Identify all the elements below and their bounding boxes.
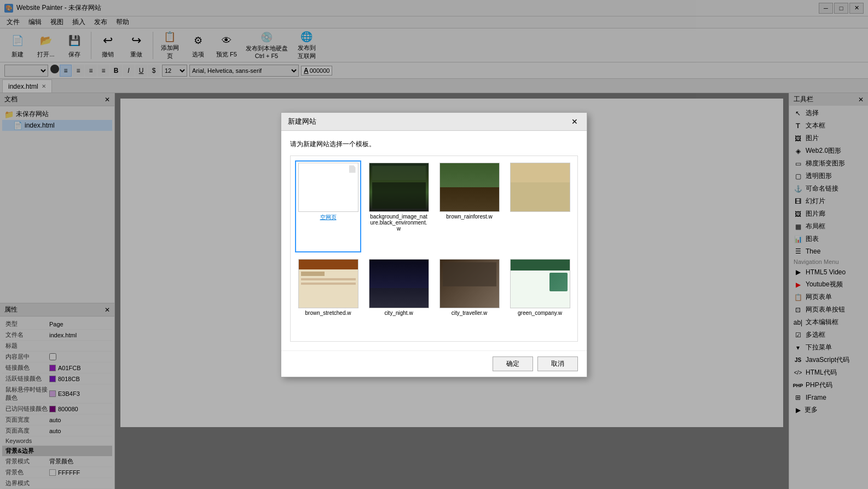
template-green-company-label: green_company.w <box>518 310 562 316</box>
modal-close-button[interactable]: ✕ <box>569 116 580 127</box>
cancel-button[interactable]: 取消 <box>537 356 578 371</box>
template-grid: 空网页 background_image_nature.black_enviro… <box>290 156 578 342</box>
template-brown-rainforest[interactable]: brown_rainforest.w <box>436 160 502 252</box>
template-brown-stretched[interactable]: brown_stretched.w <box>295 257 361 337</box>
modal-title: 新建网站 <box>288 117 316 126</box>
template-brown-stretched-thumb <box>298 259 358 308</box>
template-city-night-label: city_night.w <box>384 310 413 316</box>
template-city-traveller[interactable]: city_traveller.w <box>436 257 502 337</box>
template-green-company[interactable]: green_company.w <box>507 257 573 337</box>
confirm-button[interactable]: 确定 <box>493 356 533 371</box>
template-blank-label: 空网页 <box>320 214 337 221</box>
template-blank[interactable]: 空网页 <box>295 160 361 252</box>
template-brown-rainforest-thumb <box>439 163 500 212</box>
template-green-company-thumb <box>510 259 570 308</box>
template-city-traveller-thumb <box>439 259 500 308</box>
template-bg-nature-label: background_image_nature.black_environmen… <box>369 214 429 232</box>
template-brown-rainforest-label: brown_rainforest.w <box>446 214 492 220</box>
template-blank-thumb <box>298 163 358 212</box>
template-city-traveller-label: city_traveller.w <box>452 310 488 316</box>
template-placeholder1[interactable] <box>507 160 573 252</box>
template-placeholder1-thumb <box>510 163 570 212</box>
template-bg-nature[interactable]: background_image_nature.black_environmen… <box>366 160 432 252</box>
modal-overlay: 新建网站 ✕ 请为新建网站选择一个模板。 空网页 <box>0 0 868 489</box>
modal-subtitle: 请为新建网站选择一个模板。 <box>290 140 578 149</box>
template-brown-stretched-label: brown_stretched.w <box>305 310 351 316</box>
modal-titlebar: 新建网站 ✕ <box>281 113 587 131</box>
new-website-modal: 新建网站 ✕ 请为新建网站选择一个模板。 空网页 <box>281 112 587 377</box>
template-city-night-thumb <box>369 259 429 308</box>
modal-body: 请为新建网站选择一个模板。 空网页 <box>281 131 587 350</box>
modal-footer: 确定 取消 <box>281 350 587 377</box>
template-city-night[interactable]: city_night.w <box>366 257 432 337</box>
template-bg-nature-thumb <box>369 163 429 212</box>
